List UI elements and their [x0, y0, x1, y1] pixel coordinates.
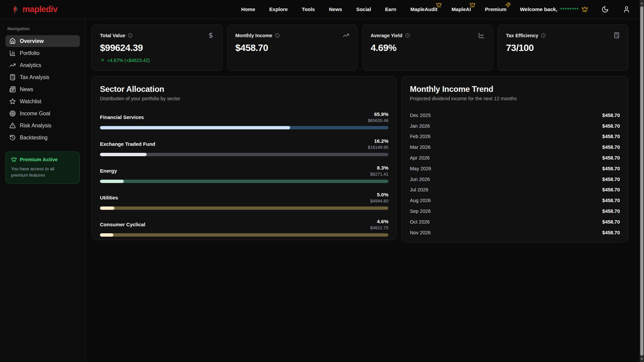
income-month: Nov 2026 [410, 230, 431, 235]
income-month: Sep 2026 [410, 208, 431, 214]
scroll-down-arrow-icon[interactable] [640, 356, 644, 362]
stat-change: +4.87% (+$4623.42) [100, 58, 214, 63]
sidebar-section-label: Navigation [7, 26, 78, 31]
nav-item[interactable]: Social [356, 6, 371, 12]
sidebar-item[interactable]: Analytics [5, 59, 80, 71]
sector-amount: $4622.75 [370, 225, 388, 230]
dashboard-panels: Sector Allocation Distribution of your p… [92, 76, 628, 242]
crown-icon [11, 157, 17, 162]
sidebar-item-label: Risk Analysis [20, 123, 51, 129]
stat-card: Tax Efficiency 73/100 [498, 24, 629, 71]
stat-label: Average Yield [371, 33, 402, 38]
sidebar-item-label: Tax Analysis [20, 74, 49, 80]
info-icon[interactable] [405, 33, 410, 38]
stat-value: 4.69% [371, 43, 485, 53]
income-row: Jan 2026 $458.70 [410, 121, 620, 131]
sidebar-item-label: Income Goal [20, 111, 50, 117]
income-row: Aug 2026 $458.70 [410, 195, 620, 206]
income-month: Dec 2025 [410, 113, 431, 118]
info-icon[interactable] [541, 33, 546, 38]
sector-amount: $16149.95 [368, 145, 388, 150]
income-amount: $458.70 [602, 198, 620, 203]
info-icon[interactable] [128, 33, 132, 38]
welcome-prefix: Welcome back, [520, 6, 557, 12]
sidebar: Navigation Overview Portfolio Analytics … [0, 19, 86, 362]
sector-amount: $8271.41 [370, 172, 388, 177]
stat-label: Monthly Income [235, 33, 272, 38]
nav-item[interactable]: Premium [485, 6, 506, 12]
top-navbar: maplediv Home Explore Tools News Social … [0, 0, 640, 19]
sector-row: Utilities 5.0% $4944.80 [100, 192, 388, 210]
info-icon[interactable] [275, 33, 280, 38]
main-content: Total Value $99624.39 +4.87% (+$4623.42)… [86, 19, 628, 242]
income-row: Dec 2025 $458.70 [410, 110, 620, 121]
income-month: Aug 2026 [410, 198, 431, 203]
stat-card: Monthly Income $458.70 [227, 24, 358, 71]
sector-bar-fill [100, 180, 124, 183]
income-month: May 2026 [410, 166, 431, 171]
sector-percent: 65.9% [368, 111, 388, 117]
brand-name: maplediv [22, 4, 57, 14]
theme-toggle-button[interactable] [601, 6, 609, 13]
sidebar-item[interactable]: Risk Analysis [5, 120, 80, 131]
sidebar-item[interactable]: Income Goal [5, 108, 80, 119]
stat-value: $458.70 [235, 43, 350, 53]
crown-icon [436, 2, 442, 8]
crown-icon [470, 2, 475, 8]
sector-row: Energy 8.3% $8271.41 [100, 165, 388, 183]
sector-name: Utilities [100, 195, 118, 200]
income-month: Apr 2026 [410, 155, 430, 161]
sidebar-item-label: Watchlist [20, 99, 41, 105]
sidebar-item[interactable]: Tax Analysis [5, 71, 80, 83]
sector-amount: $4944.80 [370, 198, 388, 203]
sector-bar-track [100, 153, 388, 156]
sector-rows: Financial Services 65.9% $65635.48 Excha… [100, 111, 388, 237]
income-amount: $458.70 [602, 134, 620, 139]
income-month: Mar 2026 [410, 144, 430, 150]
history-icon [9, 134, 16, 141]
sector-percent: 8.3% [370, 165, 388, 171]
nav-item[interactable]: Earn [385, 6, 396, 12]
sector-row: Consumer Cyclical 4.6% $4622.75 [100, 219, 388, 237]
sector-bar-track [100, 206, 388, 210]
sidebar-item-label: Overview [20, 38, 44, 44]
sidebar-nav: Overview Portfolio Analytics Tax Analysi… [5, 35, 80, 143]
sector-bar-track [100, 126, 388, 129]
nav-item[interactable]: News [329, 6, 342, 12]
star-icon [9, 98, 16, 105]
sector-allocation-panel: Sector Allocation Distribution of your p… [92, 76, 397, 240]
panel-title: Sector Allocation [100, 84, 388, 94]
nav-item[interactable]: Tools [302, 6, 315, 12]
dollar-icon [208, 32, 214, 39]
panel-title: Monthly Income Trend [410, 84, 620, 94]
scrollbar-thumb[interactable] [640, 6, 643, 356]
sidebar-item[interactable]: Watchlist [5, 96, 80, 107]
nav-item[interactable]: MapleAudit [410, 6, 437, 12]
account-button[interactable] [623, 6, 630, 13]
trending-up-icon [9, 62, 16, 68]
moon-icon [601, 6, 609, 13]
nav-item[interactable]: Explore [269, 6, 288, 12]
stat-label: Tax Efficiency [506, 33, 538, 38]
premium-status-card: Premium Active You have access to all pr… [5, 152, 80, 184]
nav-item[interactable]: Home [241, 6, 255, 12]
income-amount: $458.70 [602, 123, 620, 129]
nav-item[interactable]: MapleAI [451, 6, 471, 12]
income-month: Oct 2026 [410, 219, 430, 225]
scrollbar[interactable] [640, 0, 644, 362]
masked-username: ******** [560, 6, 579, 12]
sidebar-item-label: Portfolio [20, 50, 40, 56]
sector-bar-fill [100, 206, 114, 210]
panel-subtitle: Projected dividend income for the next 1… [410, 96, 620, 101]
income-month: Feb 2026 [410, 134, 430, 139]
premium-status-description: You have access to all premium features [11, 166, 65, 179]
sidebar-item[interactable]: Backtesting [5, 132, 80, 143]
sidebar-item[interactable]: News [5, 83, 80, 95]
scroll-up-arrow-icon[interactable] [640, 0, 644, 6]
main-nav: Home Explore Tools News Social Earn Mapl… [241, 6, 506, 12]
sector-amount: $65635.48 [368, 118, 388, 123]
sidebar-item[interactable]: Portfolio [5, 47, 80, 59]
brand[interactable]: maplediv [10, 4, 57, 14]
sparkles-icon [505, 2, 511, 8]
sidebar-item[interactable]: Overview [5, 35, 80, 47]
